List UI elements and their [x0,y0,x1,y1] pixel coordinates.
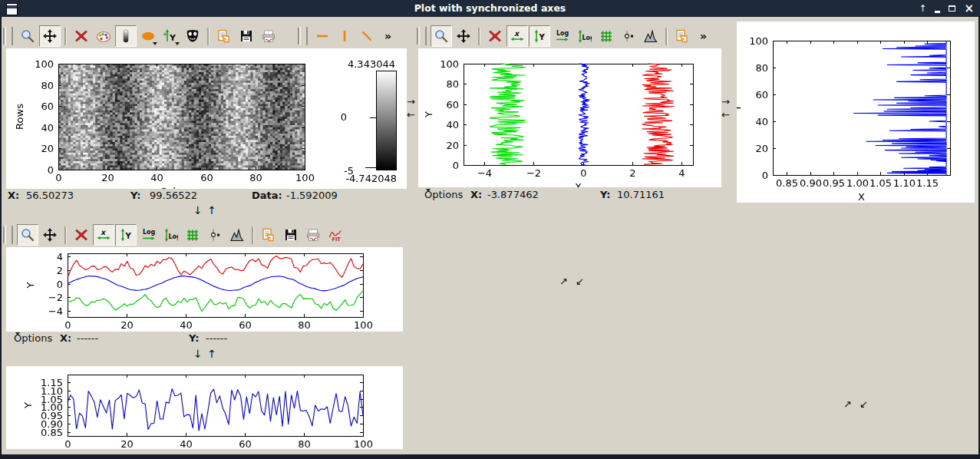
pan-button[interactable] [453,25,474,47]
minimize-button[interactable] [935,11,940,13]
shade-window-button[interactable]: ↑ [919,4,926,13]
segment-tool-button[interactable] [356,25,378,47]
zoom-button[interactable] [431,25,452,47]
image-mask-button[interactable] [182,25,203,47]
curve-marker-button[interactable] [204,224,226,246]
horizontal-sync-indicator-icon: →← [721,95,730,121]
toolbar-separator [478,28,480,45]
log-y-button[interactable]: Log [160,224,181,246]
contrast-button[interactable] [115,25,137,47]
clipboard-icon [261,227,276,243]
toolbar-overflow-button[interactable]: » [696,30,711,42]
x-sync-icon: x [96,227,111,243]
sync-y-axis-button[interactable]: Y [529,25,550,47]
printer-icon [305,227,321,243]
ellipse-icon [140,28,156,44]
vertical-sync-indicator-icon: ↓ ↑ [193,204,217,216]
toolbar-separator [207,28,210,45]
delete-item-button[interactable] [71,224,92,246]
palette-icon [96,28,111,44]
svg-text:Log: Log [556,30,569,37]
top-curve-canvas[interactable] [418,48,721,187]
close-button[interactable]: × [964,3,974,15]
zoom-button[interactable] [17,224,38,246]
right-curve-canvas[interactable] [737,21,975,203]
clipboard-icon [216,28,232,44]
axis-y-icon: aY [163,28,178,44]
top-curve-status: Options X: -3.877462 Y: 10.71161 [418,189,721,201]
vertical-sync-indicator-icon: ↓ ↑ [193,348,217,360]
toolbar-grip[interactable] [5,27,13,45]
y-coordinate-label: Y: [600,189,610,200]
print-button[interactable] [302,224,324,246]
histogram-icon [229,227,245,243]
curve-fit-button[interactable]: FIT [325,224,346,246]
data-value-label: Data: [252,190,282,201]
mask-icon [185,28,200,44]
copy-to-clipboard-button[interactable] [258,224,279,246]
y-coordinate-label: Y: [130,190,140,201]
y-coordinate-value: ------ [206,332,227,344]
mid-curve-panel [6,247,403,332]
move-icon [42,227,58,243]
x-sync-icon: x [510,28,525,44]
log-x-icon: Log [140,227,156,243]
grid-button[interactable] [596,25,617,47]
svg-text:FIT: FIT [332,236,342,243]
histogram-button[interactable] [640,25,662,47]
annotation-shape-button[interactable] [137,25,159,47]
move-icon [456,28,471,44]
histogram-button[interactable] [226,224,248,246]
grid-button[interactable] [182,224,203,246]
floppy-icon [239,28,254,44]
grid-icon [599,28,614,44]
log-y-icon: Log [576,28,592,44]
save-button[interactable] [236,25,257,47]
toolbar-grip[interactable] [299,27,308,45]
toolbar-grip[interactable] [5,226,13,244]
copy-to-clipboard-button[interactable] [671,25,693,47]
red-x-icon [74,227,89,243]
log-x-button[interactable]: Log [137,224,159,246]
vertical-cursor-button[interactable] [334,25,355,47]
axes-scale-button[interactable]: aY [160,25,181,47]
magnifier-icon [434,28,449,44]
maximize-button[interactable] [949,5,955,12]
copy-to-clipboard-button[interactable] [213,25,235,47]
image-plot-canvas[interactable] [6,48,407,189]
y-coordinate-value: 10.71161 [617,189,665,200]
titlebar[interactable]: Plot with synchronized axes ↑ × [0,0,980,17]
sync-x-axis-button[interactable]: x [506,25,528,47]
pan-button[interactable] [39,224,61,246]
sync-y-axis-button[interactable]: Y [115,224,137,246]
colormap-button[interactable] [93,25,114,47]
pan-button[interactable] [39,25,61,47]
horizontal-cursor-button[interactable] [312,25,333,47]
log-y-button[interactable]: Log [573,25,595,47]
delete-item-button[interactable] [484,25,506,47]
log-x-button[interactable]: Log [551,25,572,47]
grid-icon [185,227,200,243]
curve-marker-button[interactable] [618,25,639,47]
x-coordinate-label: X: [470,189,482,200]
svg-text:Log: Log [169,233,179,240]
toolbar-grip[interactable] [418,27,427,45]
histogram-icon [643,28,658,44]
window-title: Plot with synchronized axes [0,0,980,17]
toolbar-overflow-button[interactable]: » [381,30,395,42]
zoom-button[interactable] [17,25,38,47]
fit-icon: FIT [328,227,343,243]
magnifier-icon [20,227,35,243]
image-cursor-status: X: 56.50273 Y: 99.56522 Data: -1.592009 [6,190,407,202]
save-button[interactable] [280,224,302,246]
right-curve-panel [737,21,975,203]
mid-curve-canvas[interactable] [6,247,403,332]
options-caret-icon [426,189,431,192]
svg-text:Log: Log [143,229,156,236]
delete-item-button[interactable] [71,25,92,47]
sync-x-axis-button[interactable]: x [93,224,114,246]
toolbar-separator [665,28,668,45]
print-button[interactable] [258,25,279,47]
toolbar-separator [64,28,67,45]
bottom-curve-canvas[interactable] [6,366,403,449]
